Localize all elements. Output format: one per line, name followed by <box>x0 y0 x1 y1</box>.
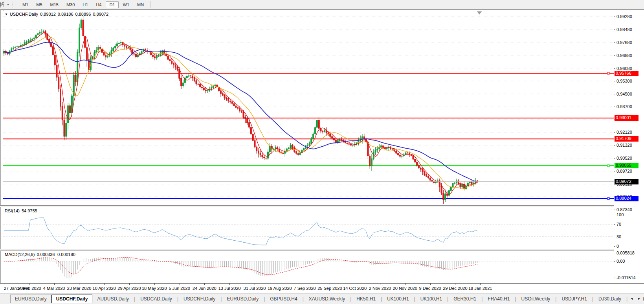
chart-tab-eurusd-daily[interactable]: EURUSD,Daily <box>10 295 51 303</box>
macd-tick-label: -0.011514 <box>616 275 636 280</box>
date-label: 23 Mar 2020 <box>67 286 92 291</box>
timeframe-button-d1[interactable]: D1 <box>106 1 118 8</box>
chart-symbol-label: USDCHF,Daily <box>10 12 38 17</box>
collapse-arrow-icon[interactable]: ▼ <box>5 13 8 16</box>
chart-tab-hk50-h1[interactable]: HK50,H1 <box>352 295 380 303</box>
date-label: 25 Sep 2020 <box>317 286 342 291</box>
chart-tab-usdchf-daily[interactable]: USDCHF,Daily <box>51 295 93 303</box>
toolbar-grip[interactable] <box>13 2 15 8</box>
tab-scroll-left-icon[interactable]: ◄ <box>628 295 635 302</box>
date-tick-mark <box>54 284 55 285</box>
macd-pane[interactable]: MACD(12,26,9)0.000336 -0.000180 <box>3 251 614 283</box>
chart-type-icon[interactable] <box>0 1 6 8</box>
date-label: 20 Nov 2020 <box>393 286 417 291</box>
date-tick-mark <box>430 284 431 285</box>
date-tick-mark <box>280 284 280 285</box>
date-tick-mark <box>255 284 255 285</box>
hline-handle[interactable] <box>607 197 609 199</box>
date-label: 10 Apr 2020 <box>93 286 116 291</box>
macd-canvas[interactable] <box>3 251 614 283</box>
timeframe-button-m30[interactable]: M30 <box>63 1 78 8</box>
timeframe-button-m5[interactable]: M5 <box>33 1 46 8</box>
chart-tab-ger30-h1[interactable]: GER30,H1 <box>449 295 481 303</box>
price-tick-label: 0.92120 <box>616 130 632 134</box>
rsi-label: RSI(14) <box>5 208 20 213</box>
axis-tick-mark <box>614 94 615 94</box>
date-tick-mark <box>229 284 230 285</box>
chart-type-dropdown-icon[interactable]: ▼ <box>7 3 9 6</box>
axis-tick-mark <box>614 237 615 237</box>
date-label: 18 May 2020 <box>142 286 167 291</box>
chart-tab-uk100-h1[interactable]: UK100,H1 <box>382 295 413 303</box>
axis-tick-mark <box>614 42 615 43</box>
date-label: 5 Jun 2020 <box>169 286 190 291</box>
date-label: 24 Jun 2020 <box>193 286 217 291</box>
timeframe-button-w1[interactable]: W1 <box>119 1 133 8</box>
chart-tab-gbpusd-h4[interactable]: GBPUSD,H4 <box>265 295 302 303</box>
axis-tick-mark <box>614 158 615 158</box>
date-tick-mark <box>4 284 4 285</box>
chart-tab-uk100-h1[interactable]: UK100,H1 <box>416 295 447 303</box>
main-price-pane[interactable]: ▼USDCHF,Daily0.890120.891860.888960.8907… <box>3 11 614 205</box>
date-tick-mark <box>104 284 105 285</box>
price-axis[interactable]: 0.992800.984800.976800.968800.960800.953… <box>614 11 644 293</box>
date-tick-mark <box>355 284 355 285</box>
ohlc-low: 0.88896 <box>75 12 91 17</box>
hline-price-label: 0.90055 <box>615 163 638 168</box>
date-label: 29 Dec 2020 <box>443 286 467 291</box>
chart-tab-usdcnh-daily[interactable]: USDCNH,Daily <box>179 295 220 303</box>
price-tick-label: 0.91320 <box>616 143 632 147</box>
chart-tab-fra40-h1[interactable]: FRA40,H1 <box>483 295 514 303</box>
price-tick-label: 0.96080 <box>616 66 632 71</box>
chart-shift-marker-icon[interactable] <box>477 11 482 15</box>
rsi-pane[interactable]: RSI(14)54.9755 <box>3 207 614 249</box>
macd-values: 0.000336 -0.000180 <box>37 252 75 257</box>
chart-tab-dj30-daily[interactable]: DJ30,Daily <box>594 295 626 303</box>
timeframe-button-group: M1M5M15M30H1H4D1W1MN <box>18 1 148 8</box>
date-tick-mark <box>129 284 130 285</box>
date-tick-mark <box>405 284 405 285</box>
chart-tab-usdcad-daily[interactable]: USDCAD,Daily <box>136 295 177 303</box>
price-tick-label: 0.87340 <box>616 207 632 212</box>
chart-tab-bar: EURUSD,DailyUSDCHF,DailyAUDUSD,Daily|USD… <box>0 293 644 304</box>
chart-tab-usoil-weekly[interactable]: USOil,Weekly <box>517 295 555 303</box>
chart-tab-usdjpy-h1[interactable]: USDJPY,H1 <box>557 295 591 303</box>
macd-signal-line <box>4 258 477 275</box>
macd-tick-label: 0.005818 <box>616 251 635 255</box>
rsi-canvas[interactable] <box>3 207 614 249</box>
axis-tick-mark <box>614 210 615 210</box>
price-tick-label: 0.95300 <box>616 79 632 83</box>
chart-tab-audusd-daily[interactable]: AUDUSD,Daily <box>92 295 134 303</box>
rsi-title: RSI(14)54.9755 <box>5 208 37 213</box>
date-axis[interactable]: 27 Jan 202014 Feb 20204 Mar 202023 Mar 2… <box>0 283 644 293</box>
timeframe-button-h1[interactable]: H1 <box>79 1 92 8</box>
axis-tick-mark <box>614 171 615 171</box>
hline-handle[interactable] <box>607 72 609 74</box>
axis-tick-mark <box>614 107 615 107</box>
date-tick-mark <box>380 284 380 285</box>
macd-title: MACD(12,26,9)0.000336 -0.000180 <box>5 252 75 257</box>
date-tick-mark <box>154 284 155 285</box>
rsi-tick-label: 30 <box>616 234 621 239</box>
price-tick-label: 0.90520 <box>616 156 632 160</box>
date-label: 14 Feb 2020 <box>17 286 41 291</box>
date-tick-mark <box>305 284 305 285</box>
timeframe-button-h4[interactable]: H4 <box>92 1 105 8</box>
chart-tab-xauusd-weekly[interactable]: XAUUSD,Weekly <box>304 295 350 303</box>
timeframe-button-m15[interactable]: M15 <box>47 1 62 8</box>
date-label: 31 Jul 2020 <box>244 286 266 291</box>
main-chart-canvas[interactable] <box>3 11 614 205</box>
axis-tick-mark <box>614 55 615 56</box>
chart-tab-eurusd-daily[interactable]: EURUSD,Daily <box>222 295 263 303</box>
price-tick-label: 0.96880 <box>616 53 632 58</box>
ohlc-close: 0.89072 <box>93 12 108 17</box>
rsi-tick-label: 0 <box>616 244 619 249</box>
axis-tick-mark <box>614 68 615 69</box>
axis-tick-mark <box>614 145 615 146</box>
timeframe-button-m1[interactable]: M1 <box>19 1 32 8</box>
hline-handle[interactable] <box>607 165 609 167</box>
tab-scroll-right-icon[interactable]: ► <box>635 295 643 302</box>
timeframe-button-mn[interactable]: MN <box>134 1 147 8</box>
date-label: 14 Oct 2020 <box>343 286 367 291</box>
date-label: 7 Sep 2020 <box>294 286 316 291</box>
